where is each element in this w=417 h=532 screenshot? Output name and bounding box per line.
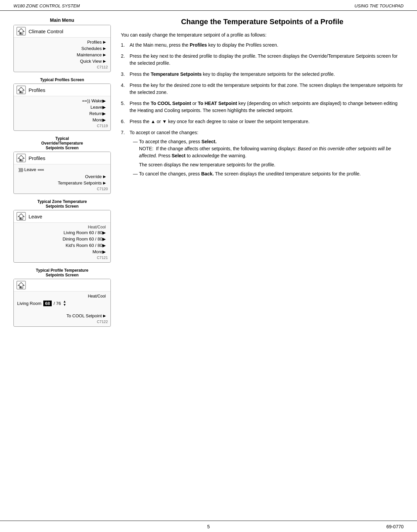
cancel-dash: — <box>133 170 139 177</box>
quickview-label: Quick View <box>80 59 102 64</box>
leave-profile-back-arrows: ««« <box>38 167 44 172</box>
profiles-screen-header: Profiles <box>14 84 110 96</box>
override-screen-box: Profiles )))) Leave ««« Override ▶ Tempe… <box>13 152 111 194</box>
profile-item-wake[interactable]: ==)) Wake ▶ <box>14 98 110 104</box>
setpoint-living-room-row: Living Room 68 / 76 ▲ ▼ <box>14 299 110 308</box>
page-bottom-bar: 5 69-0770 <box>0 521 417 532</box>
profile-item-return[interactable]: Return ▶ <box>14 110 110 117</box>
right-column: Change the Temperature Setpoints of a Pr… <box>121 17 404 328</box>
main-menu-title: Main Menu <box>13 17 111 23</box>
svg-rect-11 <box>20 217 21 219</box>
svg-rect-8 <box>20 159 21 161</box>
menu-item-quickview[interactable]: Quick View ▶ <box>14 58 110 64</box>
doc-number: 69-0770 <box>386 524 404 529</box>
step-3-num: 3. <box>121 71 130 78</box>
leave-arrow: ▶ <box>102 105 106 110</box>
dining-room-value: 60 / 80 <box>89 236 102 242</box>
living-room-value: 60 / 80 <box>89 230 102 235</box>
step-1-num: 1. <box>121 42 130 49</box>
kids-room-value: 60 / 80 <box>89 243 102 248</box>
profile-item-more[interactable]: More ▶ <box>14 117 110 123</box>
profiles-screen-box: Profiles ==)) Wake ▶ Leave ▶ Return ▶ Mo… <box>13 84 111 131</box>
cool-setpoint-item[interactable]: To COOL Setpoint ▶ <box>14 313 110 319</box>
override-item[interactable]: Override ▶ <box>14 173 110 180</box>
step-7: 7. To accept or cancel the changes: — To… <box>121 129 404 179</box>
return-label: Return <box>89 111 102 116</box>
step-7-cancel: — To cancel the changes, press Back. The… <box>133 170 404 177</box>
wake-double-arrow: ==)) <box>82 98 90 103</box>
cancel-text: To cancel the changes, press Back. The s… <box>139 170 361 177</box>
zone-temp-screen-title: Typical Zone Temperature Setpoints Scree… <box>13 199 111 209</box>
override-screen-title: Typical Override/Temperature Setpoints S… <box>13 136 111 150</box>
step-4-text: Press the key for the desired zone to ed… <box>130 82 404 96</box>
step-6-text: Press the ▲ or ▼ key once for each degre… <box>130 118 404 125</box>
left-column: Main Menu Climate Control Profiles ▶ Sch… <box>13 17 111 328</box>
svg-rect-5 <box>20 91 21 93</box>
setpoint-up-down-arrows[interactable]: ▲ ▼ <box>63 300 66 307</box>
zone-temp-screen-box: Leave Heat/Cool Living Room 60 / 80 ▶ Di… <box>13 210 111 263</box>
zone-dining-room[interactable]: Dining Room 60 / 80 ▶ <box>14 236 110 242</box>
temp-setpoints-label: Temperature Setpoints <box>58 180 102 185</box>
zone-house-icon <box>16 212 26 221</box>
cool-setpoint-arrow: ▶ <box>103 314 106 318</box>
kids-room-label: Kid's Room <box>66 243 89 248</box>
menu-item-schedules[interactable]: Schedules ▶ <box>14 45 110 52</box>
kids-room-arrow: ▶ <box>102 243 106 248</box>
step-4: 4. Press the key for the desired zone to… <box>121 82 404 96</box>
accept-text: To accept the changes, press Select. NOT… <box>139 138 404 168</box>
dining-room-arrow: ▶ <box>102 236 106 242</box>
profiles-screen-header-text: Profiles <box>29 87 45 93</box>
setpoint-room-name: Living Room <box>17 301 41 306</box>
profile-item-leave[interactable]: Leave ▶ <box>14 104 110 110</box>
maintenance-arrow: ▶ <box>103 53 106 57</box>
dining-room-label: Dining Room <box>62 236 89 242</box>
zone-living-room[interactable]: Living Room 60 / 80 ▶ <box>14 229 110 236</box>
living-room-arrow: ▶ <box>102 230 106 235</box>
leave-label: Leave <box>91 105 102 110</box>
return-arrow: ▶ <box>102 111 106 116</box>
top-bar-right: USING THE TOUCHPAD <box>355 3 404 8</box>
profile-temp-screen-box: Heat/Cool Living Room 68 / 76 ▲ ▼ To COO… <box>13 279 111 327</box>
step-7-num: 7. <box>121 129 130 179</box>
zone-temp-header-text: Leave <box>29 214 42 219</box>
house-icon <box>16 27 26 36</box>
steps-list: 1. At the Main menu, press the Profiles … <box>121 42 404 179</box>
step-5-text: Press the To COOL Setpoint or To HEAT Se… <box>130 100 404 114</box>
step-2-text: Press the key next to the desired profil… <box>130 53 404 67</box>
menu-item-maintenance[interactable]: Maintenance ▶ <box>14 52 110 58</box>
schedules-label: Schedules <box>81 46 102 51</box>
zone-kids-room[interactable]: Kid's Room 60 / 80 ▶ <box>14 242 110 249</box>
zone-temp-code: C7121 <box>14 255 110 261</box>
spacer <box>14 308 110 313</box>
override-label: Override <box>85 174 102 179</box>
override-screen-code: C7120 <box>14 186 110 192</box>
profiles-house-icon <box>16 86 26 94</box>
quickview-arrow: ▶ <box>103 59 106 63</box>
temp-setpoints-item[interactable]: Temperature Setpoints ▶ <box>14 180 110 186</box>
zone-more-label: More <box>92 249 102 254</box>
leave-profile-arrows: )))) <box>18 167 23 172</box>
zone-more[interactable]: More ▶ <box>14 249 110 255</box>
setpoint-divider: / 76 <box>54 301 61 306</box>
down-arrow[interactable]: ▼ <box>63 303 66 307</box>
leave-profile-name: Leave <box>24 167 36 172</box>
schedules-arrow: ▶ <box>103 46 106 51</box>
main-menu-box: Climate Control Profiles ▶ Schedules ▶ M… <box>13 25 111 72</box>
step-2-num: 2. <box>121 53 130 67</box>
profiles-screen-body: ==)) Wake ▶ Leave ▶ Return ▶ More ▶ C711… <box>14 96 110 130</box>
step-5: 5. Press the To COOL Setpoint or To HEAT… <box>121 100 404 114</box>
step-4-num: 4. <box>121 82 130 96</box>
footer-spacer2: 69-0770 <box>210 524 404 529</box>
menu-item-profiles[interactable]: Profiles ▶ <box>14 39 110 45</box>
living-room-label: Living Room <box>63 230 89 235</box>
main-content: Main Menu Climate Control Profiles ▶ Sch… <box>0 11 417 335</box>
wake-label: Wake <box>91 98 102 103</box>
top-bar: W180 ZONE CONTROL SYSTEM USING THE TOUCH… <box>0 0 417 11</box>
override-screen-header: Profiles <box>14 152 110 164</box>
step-2: 2. Press the key next to the desired pro… <box>121 53 404 67</box>
cool-setpoint-label: To COOL Setpoint <box>66 313 102 318</box>
main-menu-code: C7112 <box>14 64 110 70</box>
page-number: 5 <box>207 524 210 529</box>
zone-temp-screen-body: Heat/Cool Living Room 60 / 80 ▶ Dining R… <box>14 223 110 262</box>
svg-rect-14 <box>20 286 21 288</box>
